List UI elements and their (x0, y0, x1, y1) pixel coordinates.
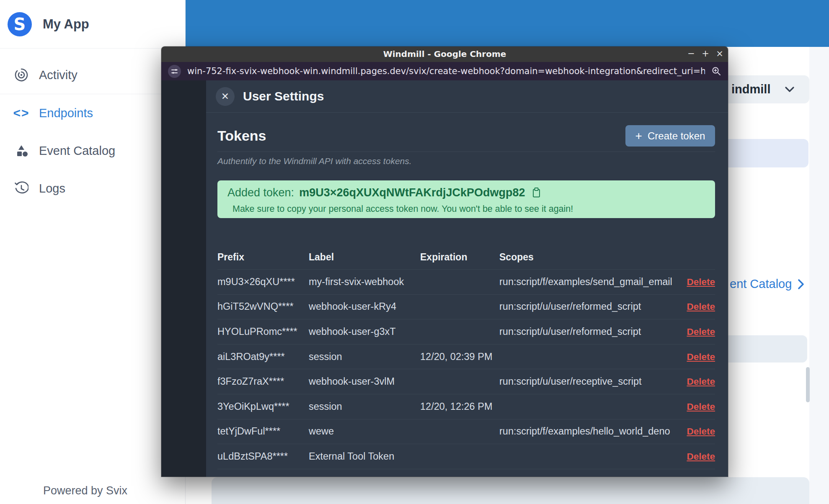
col-header-prefix: Prefix (217, 252, 309, 263)
delete-token-link[interactable]: Delete (687, 301, 715, 312)
token-scopes: run:script/f/examples/send_gmail_email (499, 276, 675, 288)
table-row: f3FzoZ7raX**** webhook-user-3vlM run:scr… (217, 369, 715, 394)
table-row: aiL3ROat9y**** session 12/20, 02:39 PM D… (217, 344, 715, 369)
tokens-heading: Tokens (217, 128, 266, 144)
window-titlebar[interactable]: Windmill - Google Chrome − + × (161, 46, 728, 62)
chevron-right-icon (798, 278, 805, 290)
sidebar-item-activity[interactable]: Activity (0, 56, 185, 94)
clipboard-icon (531, 187, 542, 198)
logs-icon (14, 181, 29, 195)
browser-viewport: ✕ User Settings Tokens + Create token Au… (161, 80, 728, 477)
token-prefix: tetYjDwFul**** (217, 426, 309, 437)
endpoints-icon: <> (14, 106, 29, 120)
site-settings-button[interactable] (168, 65, 181, 78)
delete-token-link[interactable]: Delete (687, 401, 715, 412)
token-scopes: run:script/u/user/reformed_script (499, 301, 675, 312)
event-catalog-link-label: ent Catalog (730, 277, 792, 291)
page-placeholder-box (721, 335, 807, 363)
delete-token-link[interactable]: Delete (687, 476, 715, 477)
app-name: My App (43, 17, 89, 32)
token-expiration: 12/20, 12:26 PM (420, 401, 499, 412)
window-close-button[interactable]: × (715, 46, 725, 62)
token-prefix: f3FzoZ7raX**** (217, 376, 309, 387)
copy-token-button[interactable] (531, 187, 542, 198)
close-icon: ✕ (221, 91, 229, 102)
page-scrollbar-thumb[interactable] (806, 367, 810, 402)
token-label: session (309, 351, 420, 363)
sidebar-nav: Activity <> Endpoints Event Catalog (0, 49, 185, 207)
sidebar-item-event-catalog[interactable]: Event Catalog (0, 132, 185, 170)
top-app-bar: ? (185, 0, 829, 47)
section-divider (217, 152, 715, 152)
svix-logo: S (8, 12, 32, 36)
plus-icon: + (635, 130, 642, 142)
page-placeholder-box (721, 139, 808, 167)
token-scopes: run:script/f/examples/hello_world_deno (499, 426, 675, 437)
event-catalog-icon (14, 144, 29, 158)
table-row: 3YeOiKpLwq**** session 12/20, 12:26 PM D… (217, 394, 715, 419)
browser-zoom-button[interactable] (711, 66, 721, 76)
delete-token-link[interactable]: Delete (687, 426, 715, 437)
col-header-label: Label (309, 252, 420, 263)
window-minimize-button[interactable]: − (686, 46, 696, 62)
window-title: Windmill - Google Chrome (161, 46, 728, 62)
table-row: uLdBztSPA8**** External Tool Token Delet… (217, 444, 715, 469)
url-field[interactable]: win-752-fix-svix-webhook-win.windmill.pa… (187, 66, 705, 76)
page-bottom-panel (212, 477, 809, 504)
col-header-scopes: Scopes (499, 252, 675, 263)
token-scopes: run:script/u/user/reformed_script (499, 326, 675, 337)
delete-token-link[interactable]: Delete (687, 451, 715, 462)
sidebar-item-label: Activity (39, 68, 77, 82)
sidebar-item-label: Event Catalog (39, 144, 115, 158)
sidebar-header: S My App (0, 0, 185, 49)
workspace-dropdown-label: indmill (731, 82, 770, 96)
drawer-body: Tokens + Create token Authentify to the … (206, 125, 728, 477)
token-prefix: 3YeOiKpLwq**** (217, 401, 309, 412)
sidebar-item-label: Endpoints (39, 106, 93, 120)
token-prefix: m9U3×26qXU**** (217, 276, 309, 288)
window-maximize-button[interactable]: + (700, 46, 710, 62)
table-row: hGiT52wVNQ**** webhook-user-kRy4 run:scr… (217, 294, 715, 319)
token-prefix: i9AiXYkdR**** (217, 476, 309, 477)
tune-icon (171, 68, 178, 75)
token-scopes: run:script/u/user/receptive_script (499, 376, 675, 387)
sidebar: S My App Activity <> Endpoints (0, 0, 186, 504)
sidebar-item-label: Logs (39, 182, 65, 195)
table-row: tetYjDwFul**** wewe run:script/f/example… (217, 419, 715, 444)
user-settings-drawer: ✕ User Settings Tokens + Create token Au… (206, 80, 728, 477)
delete-token-link[interactable]: Delete (687, 376, 715, 387)
table-row: i9AiXYkdR**** d-t-l Delete (217, 469, 715, 477)
activity-icon (14, 68, 29, 82)
create-token-button[interactable]: + Create token (625, 125, 715, 147)
table-row: m9U3×26qXU**** my-first-svix-webhook run… (217, 269, 715, 294)
magnifier-icon (711, 66, 721, 76)
token-prefix: aiL3ROat9y**** (217, 351, 309, 363)
chrome-window: Windmill - Google Chrome − + × win-752-f… (161, 46, 728, 477)
chevron-down-icon (785, 86, 795, 93)
browser-url-bar: win-752-fix-svix-webhook-win.windmill.pa… (161, 62, 728, 80)
tokens-table-header: Prefix Label Expiration Scopes (217, 245, 715, 269)
powered-by-svix: Powered by Svix (43, 484, 127, 497)
delete-token-link[interactable]: Delete (687, 327, 715, 337)
token-prefix: hGiT52wVNQ**** (217, 301, 309, 312)
event-catalog-link[interactable]: ent Catalog (730, 277, 805, 291)
drawer-header: ✕ User Settings (206, 80, 728, 113)
token-label: External Tool Token (309, 451, 420, 462)
new-token-value: m9U3×26qXUXqNWtFAKrdjJCkPOdwgp82 (299, 186, 525, 199)
close-drawer-button[interactable]: ✕ (216, 87, 235, 106)
token-label: my-first-svix-webhook (309, 276, 420, 288)
delete-token-link[interactable]: Delete (687, 277, 715, 287)
workspace-dropdown[interactable]: indmill (721, 75, 809, 103)
drawer-title: User Settings (243, 89, 324, 103)
token-prefix: HYOLuPRomc**** (217, 326, 309, 337)
tokens-section-header: Tokens + Create token (217, 125, 715, 147)
alert-note: Make sure to copy your personal access t… (232, 204, 715, 214)
token-label: webhook-user-kRy4 (309, 301, 420, 312)
alert-lead: Added token: (227, 186, 294, 199)
token-created-alert: Added token: m9U3×26qXUXqNWtFAKrdjJCkPOd… (217, 180, 715, 218)
sidebar-item-logs[interactable]: Logs (0, 170, 185, 207)
create-token-label: Create token (648, 130, 705, 142)
sidebar-item-endpoints[interactable]: <> Endpoints (0, 94, 185, 132)
token-label: webhook-user-g3xT (309, 326, 420, 337)
delete-token-link[interactable]: Delete (687, 352, 715, 362)
